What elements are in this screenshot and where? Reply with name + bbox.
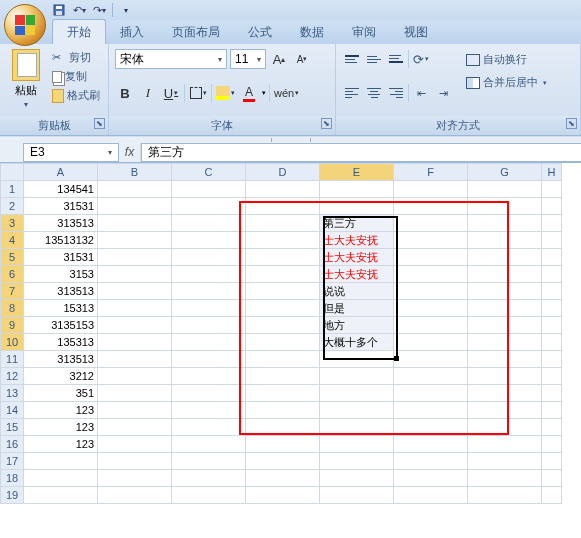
cell-C19[interactable] — [172, 487, 246, 504]
cell-D8[interactable] — [246, 300, 320, 317]
cell-B3[interactable] — [98, 215, 172, 232]
cell-D6[interactable] — [246, 266, 320, 283]
phonetic-button[interactable]: wén▾ — [273, 83, 300, 103]
tab-home[interactable]: 开始 — [52, 19, 106, 44]
cell-H11[interactable] — [542, 351, 562, 368]
tab-data[interactable]: 数据 — [286, 20, 338, 44]
tab-formulas[interactable]: 公式 — [234, 20, 286, 44]
cell-B2[interactable] — [98, 198, 172, 215]
col-header-E[interactable]: E — [320, 164, 394, 181]
cell-G18[interactable] — [468, 470, 542, 487]
cell-D17[interactable] — [246, 453, 320, 470]
cell-D4[interactable] — [246, 232, 320, 249]
cell-D1[interactable] — [246, 181, 320, 198]
cell-C10[interactable] — [172, 334, 246, 351]
cell-D9[interactable] — [246, 317, 320, 334]
cell-B15[interactable] — [98, 419, 172, 436]
cell-F15[interactable] — [394, 419, 468, 436]
col-header-D[interactable]: D — [246, 164, 320, 181]
align-center-button[interactable] — [364, 83, 384, 103]
row-header-17[interactable]: 17 — [1, 453, 24, 470]
cell-B6[interactable] — [98, 266, 172, 283]
cell-A16[interactable]: 123 — [24, 436, 98, 453]
select-all-corner[interactable] — [1, 164, 24, 181]
cell-E7[interactable]: 说说 — [320, 283, 394, 300]
tab-review[interactable]: 审阅 — [338, 20, 390, 44]
cell-A15[interactable]: 123 — [24, 419, 98, 436]
cell-E9[interactable]: 地方 — [320, 317, 394, 334]
cell-G11[interactable] — [468, 351, 542, 368]
cell-D18[interactable] — [246, 470, 320, 487]
cell-A8[interactable]: 15313 — [24, 300, 98, 317]
cell-H19[interactable] — [542, 487, 562, 504]
bold-button[interactable]: B — [115, 83, 135, 103]
cell-D3[interactable] — [246, 215, 320, 232]
cell-G19[interactable] — [468, 487, 542, 504]
cell-A19[interactable] — [24, 487, 98, 504]
cell-C14[interactable] — [172, 402, 246, 419]
cell-F3[interactable] — [394, 215, 468, 232]
cell-G13[interactable] — [468, 385, 542, 402]
cell-F17[interactable] — [394, 453, 468, 470]
redo-button[interactable]: ↷▾ — [92, 3, 106, 17]
cell-B1[interactable] — [98, 181, 172, 198]
row-header-14[interactable]: 14 — [1, 402, 24, 419]
cell-C8[interactable] — [172, 300, 246, 317]
wrap-text-button[interactable]: 自动换行 — [463, 51, 550, 68]
cell-H3[interactable] — [542, 215, 562, 232]
cell-C6[interactable] — [172, 266, 246, 283]
tab-page-layout[interactable]: 页面布局 — [158, 20, 234, 44]
cell-B18[interactable] — [98, 470, 172, 487]
dialog-launcher-font[interactable]: ⬊ — [321, 118, 332, 129]
merge-center-button[interactable]: 合并后居中▾ — [463, 74, 550, 91]
cell-A5[interactable]: 31531 — [24, 249, 98, 266]
row-header-5[interactable]: 5 — [1, 249, 24, 266]
dialog-launcher-alignment[interactable]: ⬊ — [566, 118, 577, 129]
cell-B5[interactable] — [98, 249, 172, 266]
cell-A4[interactable]: 13513132 — [24, 232, 98, 249]
font-name-combo[interactable]: 宋体▾ — [115, 49, 227, 69]
cell-H2[interactable] — [542, 198, 562, 215]
cell-F19[interactable] — [394, 487, 468, 504]
save-button[interactable] — [52, 3, 66, 17]
cell-G1[interactable] — [468, 181, 542, 198]
name-box[interactable]: E3▾ — [23, 143, 119, 162]
cell-F10[interactable] — [394, 334, 468, 351]
cell-F16[interactable] — [394, 436, 468, 453]
cell-A18[interactable] — [24, 470, 98, 487]
cell-F2[interactable] — [394, 198, 468, 215]
tab-insert[interactable]: 插入 — [106, 20, 158, 44]
cell-E6[interactable]: 士大夫安抚 — [320, 266, 394, 283]
cell-F4[interactable] — [394, 232, 468, 249]
cell-H9[interactable] — [542, 317, 562, 334]
cell-G12[interactable] — [468, 368, 542, 385]
cell-C9[interactable] — [172, 317, 246, 334]
cell-B10[interactable] — [98, 334, 172, 351]
align-left-button[interactable] — [342, 83, 362, 103]
cell-C17[interactable] — [172, 453, 246, 470]
cell-D12[interactable] — [246, 368, 320, 385]
col-header-G[interactable]: G — [468, 164, 542, 181]
cell-H1[interactable] — [542, 181, 562, 198]
cell-G9[interactable] — [468, 317, 542, 334]
grow-font-button[interactable]: A▴ — [269, 49, 289, 69]
row-header-7[interactable]: 7 — [1, 283, 24, 300]
cell-F7[interactable] — [394, 283, 468, 300]
cell-B7[interactable] — [98, 283, 172, 300]
cell-E12[interactable] — [320, 368, 394, 385]
cell-C4[interactable] — [172, 232, 246, 249]
cell-D14[interactable] — [246, 402, 320, 419]
cell-E8[interactable]: 但是 — [320, 300, 394, 317]
cell-A1[interactable]: 134541 — [24, 181, 98, 198]
cell-G14[interactable] — [468, 402, 542, 419]
row-header-9[interactable]: 9 — [1, 317, 24, 334]
cell-E1[interactable] — [320, 181, 394, 198]
cell-C2[interactable] — [172, 198, 246, 215]
fx-button[interactable]: fx — [119, 143, 141, 162]
cell-C18[interactable] — [172, 470, 246, 487]
cell-G4[interactable] — [468, 232, 542, 249]
row-header-18[interactable]: 18 — [1, 470, 24, 487]
cell-B13[interactable] — [98, 385, 172, 402]
cell-C15[interactable] — [172, 419, 246, 436]
cell-D2[interactable] — [246, 198, 320, 215]
